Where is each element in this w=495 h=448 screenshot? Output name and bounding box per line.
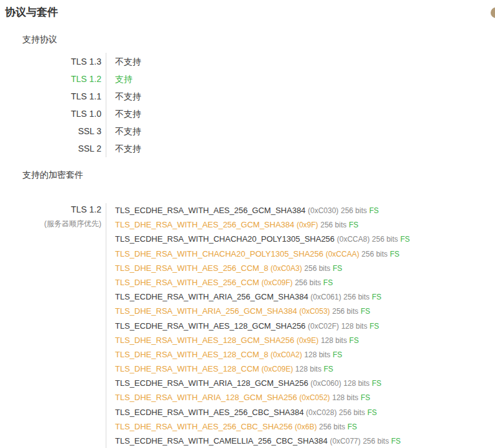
protocols-table: TLS 1.3 不支持 TLS 1.2 支持 TLS 1.1 不支持 TLS 1… (0, 53, 495, 157)
cipher-suite-name: TLS_ECDHE_RSA_WITH_ARIA_256_GCM_SHA384 (115, 292, 308, 301)
cipher-suite-bits: 256 bits (341, 206, 367, 215)
cipher-suite-code: (0xC052) (299, 393, 330, 402)
cipher-suite-name: TLS_DHE_RSA_WITH_AES_128_CCM_8 (115, 350, 268, 359)
cipher-suite-fs: FS (349, 336, 359, 345)
cipher-suite-name: TLS_DHE_RSA_WITH_ARIA_128_GCM_SHA256 (115, 393, 297, 402)
cipher-suite-name: TLS_ECDHE_RSA_WITH_AES_256_CBC_SHA384 (115, 408, 303, 417)
cipher-suite-name: TLS_ECDHE_RSA_WITH_CAMELLIA_256_CBC_SHA3… (115, 436, 328, 446)
cipher-suite-code: (0xC0A3) (271, 264, 302, 273)
cipher-suite-bits: 256 bits (363, 437, 389, 446)
protocol-status: 不支持 (106, 105, 141, 122)
protocol-name: SSL 3 (0, 122, 106, 140)
cipher-suite-bits: 256 bits (332, 307, 358, 316)
protocol-status: 不支持 (106, 53, 141, 70)
cipher-suite-rows: TLS_ECDHE_RSA_WITH_AES_256_GCM_SHA384 (0… (106, 203, 495, 448)
cipher-suite-code: (0xCCA8) (337, 235, 370, 244)
cipher-suite-row: TLS_DHE_RSA_WITH_AES_128_CCM (0xC09E) 12… (115, 362, 495, 376)
cipher-suite-row: TLS_DHE_RSA_WITH_AES_256_CBC_SHA256 (0x6… (115, 419, 495, 434)
protocol-status: 不支持 (106, 122, 141, 140)
cipher-suite-row: TLS_ECDHE_RSA_WITH_CHACHA20_POLY1305_SHA… (115, 232, 495, 246)
cipher-suite-name: TLS_DHE_RSA_WITH_AES_256_GCM_SHA384 (115, 220, 294, 229)
cipher-suite-code: (0xC060) (310, 379, 341, 388)
protocol-row: TLS 1.3 不支持 (0, 53, 495, 70)
cipher-suite-fs: FS (361, 307, 370, 316)
cipher-suite-fs: FS (368, 408, 377, 417)
cipher-group-note: (服务器顺序优先) (0, 219, 101, 228)
cipher-suite-name: TLS_ECDHE_RSA_WITH_CHACHA20_POLY1305_SHA… (115, 234, 335, 244)
cipher-suite-fs: FS (333, 264, 342, 273)
cipher-suites-heading: 支持的加密套件 (22, 170, 495, 180)
cipher-suite-name: TLS_DHE_RSA_WITH_AES_128_CCM (115, 364, 259, 373)
cipher-suite-fs: FS (400, 235, 410, 244)
cipher-suite-bits: 256 bits (361, 250, 387, 258)
protocol-row: SSL 2 不支持 (0, 140, 495, 157)
cipher-group-label-col: TLS 1.2 (服务器顺序优先) (0, 203, 106, 448)
cipher-suite-bits: 256 bits (372, 235, 398, 244)
protocol-name: TLS 1.2 (0, 70, 106, 88)
cipher-suite-fs: FS (369, 322, 379, 331)
cipher-suite-code: (0xC028) (306, 408, 336, 417)
cipher-suite-row: TLS_ECDHE_RSA_WITH_CAMELLIA_256_CBC_SHA3… (115, 434, 495, 448)
cipher-suite-name: TLS_DHE_RSA_WITH_AES_128_GCM_SHA256 (115, 336, 294, 345)
cipher-suite-code: (0x6B) (295, 423, 317, 431)
cipher-suite-bits: 128 bits (295, 365, 322, 373)
protocol-row: TLS 1.1 不支持 (0, 88, 495, 105)
cipher-suite-fs: FS (324, 365, 333, 373)
protocol-name: TLS 1.0 (0, 105, 106, 122)
cipher-suite-code: (0xC09E) (262, 365, 294, 373)
cipher-suite-bits: 256 bits (320, 221, 346, 229)
cipher-suite-code: (0xC09F) (262, 278, 293, 287)
cipher-suite-row: TLS_DHE_RSA_WITH_AES_128_CCM_8 (0xC0A2) … (115, 347, 495, 362)
cipher-suite-name: TLS_DHE_RSA_WITH_AES_256_CCM_8 (115, 263, 268, 273)
cipher-suite-bits: 128 bits (304, 350, 330, 359)
cipher-suite-code: (0x9F) (297, 221, 318, 229)
cipher-suite-code: (0xCCAA) (326, 250, 359, 258)
protocol-name: TLS 1.1 (0, 88, 106, 105)
cipher-suite-row: TLS_ECDHE_RSA_WITH_AES_128_GCM_SHA256 (0… (115, 319, 495, 333)
cipher-suite-code: (0xC030) (308, 206, 338, 215)
protocols-heading: 支持协议 (22, 34, 495, 44)
cipher-suite-name: TLS_DHE_RSA_WITH_AES_256_CCM (115, 278, 259, 287)
cipher-suite-fs: FS (323, 278, 333, 287)
cipher-suite-fs: FS (369, 206, 379, 215)
cipher-suite-name: TLS_DHE_RSA_WITH_CHACHA20_POLY1305_SHA25… (115, 249, 323, 258)
cipher-suite-bits: 128 bits (341, 322, 368, 331)
cipher-suite-row: TLS_DHE_RSA_WITH_AES_128_GCM_SHA256 (0x9… (115, 333, 495, 347)
cipher-suite-bits: 256 bits (343, 293, 369, 301)
cipher-suite-name: TLS_ECDHE_RSA_WITH_AES_256_GCM_SHA384 (115, 206, 305, 215)
protocol-row: SSL 3 不支持 (0, 122, 495, 140)
cipher-suite-fs: FS (390, 250, 399, 258)
cipher-suite-code: (0xC02F) (308, 322, 339, 331)
cipher-suite-code: (0xC077) (330, 437, 360, 446)
cipher-suite-code: (0xC053) (299, 307, 330, 316)
cipher-suite-row: TLS_ECDHE_RSA_WITH_AES_256_GCM_SHA384 (0… (115, 203, 495, 217)
cipher-suite-name: TLS_ECDHE_RSA_WITH_ARIA_128_GCM_SHA256 (115, 378, 308, 388)
cipher-suite-code: (0x9E) (297, 336, 318, 345)
cipher-suite-name: TLS_ECDHE_RSA_WITH_AES_128_GCM_SHA256 (115, 321, 305, 331)
cipher-suite-fs: FS (333, 350, 342, 359)
cipher-suite-fs: FS (349, 221, 358, 229)
page-title: 协议与套件 (5, 6, 495, 19)
cipher-suite-code: (0xC061) (310, 293, 341, 301)
cipher-suites-table: TLS 1.2 (服务器顺序优先) TLS_ECDHE_RSA_WITH_AES… (0, 203, 495, 448)
cipher-suite-row: TLS_ECDHE_RSA_WITH_ARIA_128_GCM_SHA256 (… (115, 376, 495, 390)
cipher-suite-name: TLS_DHE_RSA_WITH_ARIA_256_GCM_SHA384 (115, 306, 297, 316)
cipher-group-label: TLS 1.2 (0, 204, 101, 215)
protocol-name: TLS 1.3 (0, 53, 106, 70)
protocol-status: 支持 (106, 70, 132, 88)
cipher-suite-bits: 256 bits (304, 264, 330, 273)
cipher-suite-row: TLS_DHE_RSA_WITH_ARIA_256_GCM_SHA384 (0x… (115, 304, 495, 318)
protocol-status: 不支持 (106, 140, 141, 157)
cipher-suite-bits: 128 bits (332, 393, 358, 402)
cipher-suite-fs: FS (391, 437, 400, 446)
cipher-suite-fs: FS (372, 293, 381, 301)
protocol-name: SSL 2 (0, 140, 106, 157)
cipher-suite-row: TLS_DHE_RSA_WITH_ARIA_128_GCM_SHA256 (0x… (115, 390, 495, 405)
cipher-suite-bits: 256 bits (319, 423, 345, 431)
cipher-suite-code: (0xC0A2) (271, 350, 302, 359)
cipher-suite-name: TLS_DHE_RSA_WITH_AES_256_CBC_SHA256 (115, 422, 292, 431)
cipher-suite-bits: 128 bits (343, 379, 369, 388)
cipher-suite-fs: FS (361, 393, 370, 402)
cipher-suite-fs: FS (348, 423, 357, 431)
cipher-suite-row: TLS_DHE_RSA_WITH_AES_256_CCM_8 (0xC0A3) … (115, 261, 495, 275)
